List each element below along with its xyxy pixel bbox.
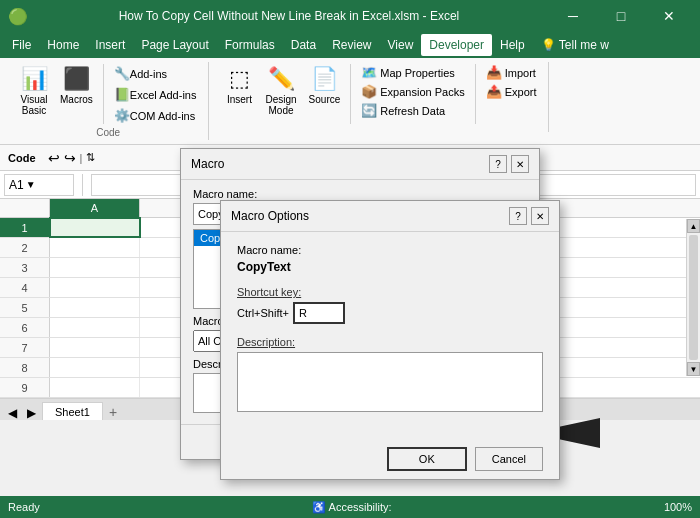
macro-dialog-titlebar: Macro ? ✕ (181, 149, 539, 180)
maximize-button[interactable]: □ (598, 0, 644, 32)
menu-home[interactable]: Home (39, 34, 87, 56)
cell-a8[interactable] (50, 358, 140, 377)
sheet-tab-sheet1[interactable]: Sheet1 (42, 402, 103, 420)
macro-options-close-button[interactable]: ✕ (531, 207, 549, 225)
ribbon-btn-export[interactable]: 📤 Export (482, 83, 541, 100)
macro-name-label: Macro name: (193, 188, 527, 200)
macro-options-name-value: CopyText (237, 260, 543, 274)
menu-view[interactable]: View (380, 34, 422, 56)
options-description-area: Description: (237, 336, 543, 415)
ribbon-controls-buttons: ⬚ Insert ✏️ DesignMode 📄 Source 🗺️ Map P… (221, 64, 540, 130)
menu-tell-me[interactable]: 💡 Tell me w (533, 34, 617, 56)
menu-developer[interactable]: Developer (421, 34, 492, 56)
excel-addins-icon: 📗 (114, 87, 130, 102)
quick-access-separator: | (80, 152, 83, 164)
macro-options-help-button[interactable]: ? (509, 207, 527, 225)
row-num-7: 7 (0, 338, 50, 357)
ribbon-btn-import[interactable]: 📥 Import (482, 64, 541, 81)
menu-bar: File Home Insert Page Layout Formulas Da… (0, 32, 700, 58)
scroll-down-button[interactable]: ▼ (687, 362, 700, 376)
sheet-nav-prev[interactable]: ◀ (4, 406, 21, 420)
ribbon-btn-macros[interactable]: ⬛ Macros (56, 64, 97, 107)
row-num-1: 1 (0, 218, 50, 237)
options-description-input[interactable] (237, 352, 543, 412)
macro-options-dialog: Macro Options ? ✕ Macro name: CopyText S… (220, 200, 560, 480)
code-group-label: Code (96, 127, 120, 138)
redo-button[interactable]: ↪ (64, 150, 76, 166)
name-box[interactable]: A1 ▼ (4, 174, 74, 196)
cell-a4[interactable] (50, 278, 140, 297)
options-cancel-button[interactable]: Cancel (475, 447, 543, 471)
menu-file[interactable]: File (4, 34, 39, 56)
sort-icon[interactable]: ⇅ (86, 151, 95, 164)
cell-a3[interactable] (50, 258, 140, 277)
ribbon-code-buttons: 📊 VisualBasic ⬛ Macros 🔧 Add-ins 📗 Excel… (16, 64, 200, 125)
ribbon-btn-add-ins[interactable]: 🔧 Add-ins (110, 64, 201, 83)
row-num-2: 2 (0, 238, 50, 257)
undo-button[interactable]: ↩ (48, 150, 60, 166)
macro-dialog-close-button[interactable]: ✕ (511, 155, 529, 173)
export-icon: 📤 (486, 84, 502, 99)
menu-formulas[interactable]: Formulas (217, 34, 283, 56)
menu-review[interactable]: Review (324, 34, 379, 56)
options-ok-button[interactable]: OK (387, 447, 467, 471)
status-bar: Ready ♿ Accessibility: 100% (0, 496, 700, 518)
ribbon-btn-design-mode[interactable]: ✏️ DesignMode (261, 64, 300, 118)
menu-data[interactable]: Data (283, 34, 324, 56)
sheet-nav-next[interactable]: ▶ (23, 406, 40, 420)
shortcut-prefix-text: Ctrl+Shift+ (237, 307, 289, 319)
import-icon: 📥 (486, 65, 502, 80)
ribbon-importexport: 📥 Import 📤 Export (482, 64, 541, 100)
ribbon-btn-com-addins[interactable]: ⚙️ COM Add-ins (110, 106, 201, 125)
cell-a6[interactable] (50, 318, 140, 337)
col-header-a[interactable]: A (50, 199, 140, 217)
shortcut-key-label: Shortcut key: (237, 286, 543, 298)
row-header-spacer (0, 199, 50, 217)
vertical-scrollbar[interactable]: ▲ ▼ (686, 219, 700, 376)
row-num-4: 4 (0, 278, 50, 297)
scroll-thumb[interactable] (689, 235, 698, 360)
cell-a9[interactable] (50, 378, 140, 397)
menu-insert[interactable]: Insert (87, 34, 133, 56)
macro-dialog-controls: ? ✕ (489, 155, 529, 173)
macros-icon: ⬛ (63, 66, 90, 92)
app-icon: 🟢 (8, 7, 28, 26)
ribbon-btn-visual-basic[interactable]: 📊 VisualBasic (16, 64, 52, 118)
add-sheet-button[interactable]: + (105, 404, 121, 420)
shortcut-area: Shortcut key: Ctrl+Shift+ R (237, 286, 543, 324)
ribbon-btn-source[interactable]: 📄 Source (305, 64, 345, 107)
ribbon-btn-insert[interactable]: ⬚ Insert (221, 64, 257, 107)
ribbon-btn-expansion-packs[interactable]: 📦 Expansion Packs (357, 83, 468, 100)
minimize-button[interactable]: ─ (550, 0, 596, 32)
row-num-3: 3 (0, 258, 50, 277)
ribbon-btn-map-properties[interactable]: 🗺️ Map Properties (357, 64, 468, 81)
cell-a7[interactable] (50, 338, 140, 357)
zoom-level: 100% (664, 501, 692, 513)
status-ready: Ready (8, 501, 40, 513)
macro-options-content: Macro name: CopyText Shortcut key: Ctrl+… (221, 232, 559, 439)
cell-a2[interactable] (50, 238, 140, 257)
menu-page-layout[interactable]: Page Layout (133, 34, 216, 56)
shortcut-input-wrapper: R (293, 302, 345, 324)
ribbon-group-code: 📊 VisualBasic ⬛ Macros 🔧 Add-ins 📗 Excel… (8, 62, 209, 140)
ribbon-btn-excel-addins[interactable]: 📗 Excel Add-ins (110, 85, 201, 104)
expansion-packs-icon: 📦 (361, 84, 377, 99)
macro-options-name-label: Macro name: (237, 244, 543, 256)
macro-dialog-help-button[interactable]: ? (489, 155, 507, 173)
ribbon-group-controls: ⬚ Insert ✏️ DesignMode 📄 Source 🗺️ Map P… (213, 62, 549, 132)
scroll-up-button[interactable]: ▲ (687, 219, 700, 233)
macro-options-title: Macro Options (231, 209, 309, 223)
window-title: How To Copy Cell Without New Line Break … (28, 9, 550, 23)
ribbon-btn-refresh-data[interactable]: 🔄 Refresh Data (357, 102, 468, 119)
macro-options-titlebar: Macro Options ? ✕ (221, 201, 559, 232)
cell-a5[interactable] (50, 298, 140, 317)
row-num-5: 5 (0, 298, 50, 317)
ribbon-xml: 🗺️ Map Properties 📦 Expansion Packs 🔄 Re… (357, 64, 468, 119)
formula-divider (82, 174, 83, 196)
ribbon-addins: 🔧 Add-ins 📗 Excel Add-ins ⚙️ COM Add-ins (110, 64, 201, 125)
visual-basic-icon: 📊 (21, 66, 48, 92)
close-button[interactable]: ✕ (646, 0, 692, 32)
menu-help[interactable]: Help (492, 34, 533, 56)
cell-a1[interactable] (50, 218, 140, 237)
macro-options-controls: ? ✕ (509, 207, 549, 225)
